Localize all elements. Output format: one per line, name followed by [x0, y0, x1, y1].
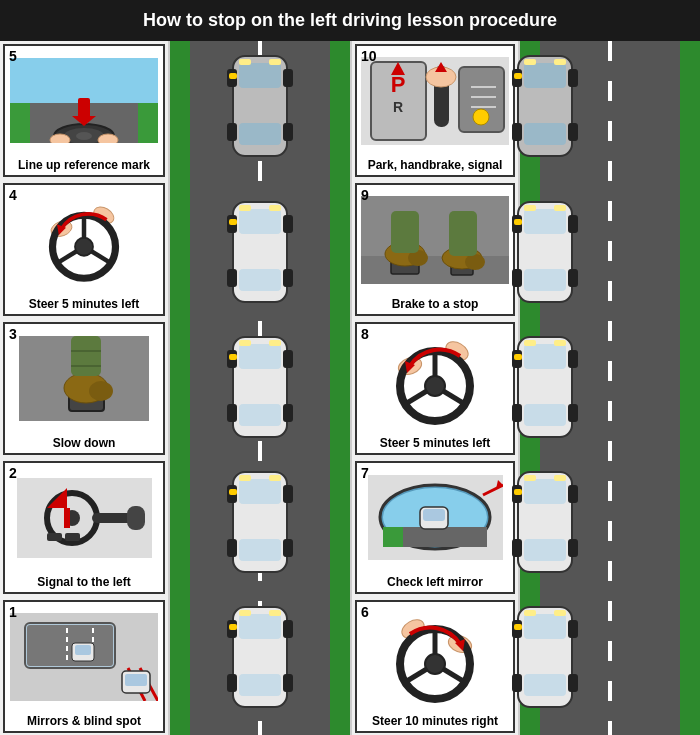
mirrors-svg — [10, 613, 158, 701]
step-9-image — [357, 185, 513, 294]
svg-rect-3 — [138, 103, 158, 143]
svg-rect-90 — [239, 63, 281, 88]
svg-rect-51 — [239, 674, 281, 696]
left-road-car-4 — [225, 197, 295, 311]
svg-rect-199 — [514, 73, 522, 79]
svg-rect-175 — [512, 404, 522, 422]
svg-rect-65 — [283, 539, 293, 557]
svg-rect-156 — [568, 674, 578, 692]
svg-rect-197 — [524, 59, 536, 65]
svg-rect-179 — [514, 354, 522, 360]
step-1-box: 1 — [3, 600, 165, 733]
step-7-label: Check left mirror — [357, 572, 513, 592]
svg-rect-91 — [239, 123, 281, 145]
svg-rect-166 — [568, 539, 578, 557]
step-4-number: 4 — [9, 187, 17, 203]
left-road-car-5 — [225, 51, 295, 165]
svg-rect-70 — [239, 344, 281, 369]
svg-point-25 — [89, 381, 113, 401]
svg-point-11 — [50, 134, 70, 143]
svg-rect-84 — [227, 269, 237, 287]
step-1-number: 1 — [9, 604, 17, 620]
svg-rect-85 — [283, 269, 293, 287]
step-5-image — [5, 46, 163, 155]
steer-left2-svg — [385, 331, 485, 426]
step-10-image: P R — [357, 46, 513, 155]
svg-rect-83 — [283, 215, 293, 233]
step-8-number: 8 — [361, 326, 369, 342]
step-5-label: Line up reference mark — [5, 155, 163, 175]
page-title: How to stop on the left driving lesson p… — [0, 0, 700, 41]
svg-rect-198 — [554, 59, 566, 65]
step-7-image — [357, 463, 513, 572]
step-5-number: 5 — [9, 48, 17, 64]
step-8-image — [357, 324, 513, 433]
svg-rect-88 — [229, 219, 237, 225]
svg-rect-194 — [568, 69, 578, 87]
svg-point-19 — [75, 237, 93, 255]
svg-point-112 — [473, 109, 489, 125]
svg-rect-68 — [229, 489, 237, 495]
svg-rect-61 — [239, 539, 281, 561]
svg-rect-44 — [75, 645, 91, 655]
svg-rect-63 — [283, 485, 293, 503]
svg-rect-191 — [524, 63, 566, 88]
svg-rect-93 — [283, 69, 293, 87]
svg-rect-167 — [524, 475, 536, 481]
right-road-car-3 — [510, 332, 580, 446]
step-4-image — [5, 185, 163, 294]
step-7-number: 7 — [361, 465, 369, 481]
svg-rect-73 — [283, 350, 293, 368]
svg-rect-159 — [514, 624, 522, 630]
svg-point-123 — [465, 254, 485, 270]
svg-rect-50 — [239, 614, 281, 639]
svg-rect-174 — [568, 350, 578, 368]
svg-rect-55 — [283, 674, 293, 692]
step-9-number: 9 — [361, 187, 369, 203]
svg-rect-26 — [71, 336, 101, 376]
svg-rect-53 — [283, 620, 293, 638]
svg-rect-171 — [524, 344, 566, 369]
svg-rect-172 — [524, 404, 566, 426]
step-8-box: 8 Steer 5 minutes left — [355, 322, 515, 455]
svg-rect-9 — [78, 98, 90, 118]
step-6-number: 6 — [361, 604, 369, 620]
svg-rect-177 — [524, 340, 536, 346]
svg-point-8 — [76, 132, 92, 140]
svg-rect-33 — [127, 506, 145, 530]
svg-rect-176 — [568, 404, 578, 422]
svg-rect-97 — [269, 59, 281, 65]
step-3-number: 3 — [9, 326, 17, 342]
step-3-label: Slow down — [5, 433, 163, 453]
svg-rect-158 — [554, 610, 566, 616]
step-3-image — [5, 324, 163, 433]
svg-rect-162 — [524, 539, 566, 561]
svg-rect-86 — [239, 205, 251, 211]
svg-rect-37 — [65, 533, 80, 541]
svg-rect-184 — [568, 215, 578, 233]
svg-rect-35 — [64, 508, 70, 528]
svg-point-12 — [98, 134, 118, 143]
svg-rect-60 — [239, 479, 281, 504]
svg-rect-48 — [125, 674, 147, 686]
step-2-number: 2 — [9, 465, 17, 481]
svg-rect-121 — [391, 211, 419, 253]
step-10-number: 10 — [361, 48, 377, 64]
svg-rect-114 — [361, 256, 509, 284]
right-road-car-5 — [510, 51, 580, 165]
svg-rect-192 — [524, 123, 566, 145]
step-5-box: 5 — [3, 44, 165, 177]
left-instructions-column: 5 — [0, 41, 170, 735]
step-7-box: 7 — [355, 461, 515, 594]
svg-rect-168 — [554, 475, 566, 481]
svg-rect-138 — [383, 527, 403, 547]
svg-rect-80 — [239, 209, 281, 234]
svg-rect-2 — [10, 103, 30, 143]
svg-rect-75 — [283, 404, 293, 422]
step-3-box: 3 — [3, 322, 165, 455]
svg-text:R: R — [393, 99, 403, 115]
svg-rect-40 — [27, 625, 113, 666]
right-instructions-column: 10 P R — [350, 41, 520, 735]
title-text: How to stop on the left driving lesson p… — [143, 10, 557, 30]
svg-rect-189 — [514, 219, 522, 225]
